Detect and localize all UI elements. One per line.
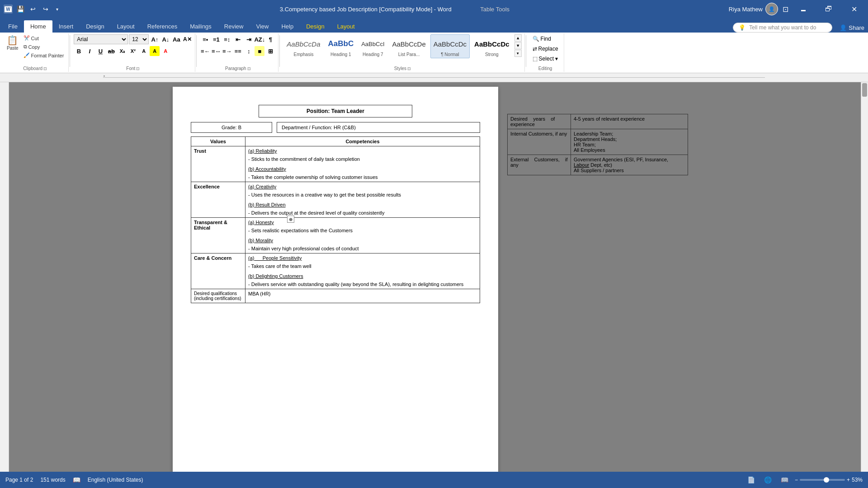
lightbulb-icon: 💡: [739, 24, 745, 31]
bullets-button[interactable]: ≡•: [200, 34, 210, 44]
close-button[interactable]: ✕: [844, 0, 864, 18]
font-dialog-launcher[interactable]: ⊡: [136, 66, 140, 71]
zoom-in-button[interactable]: +: [847, 477, 850, 483]
tab-home[interactable]: Home: [24, 20, 52, 33]
clear-formatting-button[interactable]: A✕: [182, 34, 192, 44]
style-heading7[interactable]: AaBbCcI Heading 7: [358, 34, 387, 58]
text-effects-button[interactable]: A: [139, 46, 149, 56]
shading-button[interactable]: ■: [255, 46, 264, 56]
document-position-title: Position: Team Leader: [259, 105, 412, 117]
zoom-thumb[interactable]: [824, 477, 829, 483]
status-bar-right: 📄 🌐 📖 − + 53%: [745, 475, 863, 484]
font-size-select[interactable]: 12: [129, 34, 149, 44]
sort-button[interactable]: AZ↓: [255, 34, 264, 44]
style-normal[interactable]: AaBbCcDc ¶ Normal: [430, 34, 470, 58]
increase-font-size-button[interactable]: A↑: [150, 34, 160, 44]
quick-access-save[interactable]: 💾: [15, 4, 25, 14]
value-excellence: Excellence: [191, 182, 245, 218]
styles-scroll-up[interactable]: ▲: [514, 34, 522, 42]
tab-review[interactable]: Review: [218, 20, 250, 33]
copy-icon: ⧉: [24, 44, 27, 50]
strikethrough-button[interactable]: ab: [106, 46, 116, 56]
styles-scroll-down[interactable]: ▼: [514, 42, 522, 49]
clipboard-dialog-launcher[interactable]: ⊡: [43, 66, 47, 71]
zoom-control[interactable]: − + 53%: [795, 477, 863, 483]
tab-design[interactable]: Design: [80, 20, 110, 33]
table-tools-label: Table Tools: [480, 6, 509, 13]
quick-access-redo[interactable]: ↪: [41, 4, 51, 14]
font-label: Font ⊡: [126, 66, 140, 71]
style-emphasis[interactable]: AaBbCcDa Emphasis: [283, 34, 323, 58]
zoom-slider[interactable]: [800, 479, 845, 481]
find-icon: 🔍: [533, 36, 539, 42]
tab-file[interactable]: File: [2, 20, 24, 33]
quick-access-undo[interactable]: ↩: [28, 4, 38, 14]
tab-help[interactable]: Help: [275, 20, 300, 33]
borders-button[interactable]: ⊞: [265, 46, 275, 56]
share-button[interactable]: 👤 Share: [840, 24, 864, 31]
word-count: 151 words: [40, 477, 65, 483]
subscript-button[interactable]: X₂: [117, 46, 127, 56]
paste-button[interactable]: 📋 Paste: [5, 34, 21, 52]
restore-button[interactable]: 🗗: [818, 0, 839, 18]
tab-mailings[interactable]: Mailings: [184, 20, 218, 33]
decrease-indent-button[interactable]: ⇤: [233, 34, 243, 44]
minimize-button[interactable]: 🗕: [793, 0, 814, 18]
status-bar: Page 1 of 2 151 words 📖 English (United …: [0, 472, 868, 488]
tab-table-layout[interactable]: Layout: [331, 20, 361, 33]
web-layout-view[interactable]: 🌐: [761, 475, 774, 484]
style-listpara[interactable]: AaBbCcDe List Para...: [389, 34, 429, 58]
print-layout-view[interactable]: 📄: [745, 475, 758, 484]
style-strong[interactable]: AaBbCcDc Strong: [471, 34, 513, 58]
tab-view[interactable]: View: [250, 20, 275, 33]
cut-button[interactable]: ✂️ Cut: [22, 34, 66, 42]
scrollbar-vertical[interactable]: [861, 82, 868, 472]
copy-button[interactable]: ⧉ Copy: [22, 43, 66, 51]
line-spacing-button[interactable]: ↕: [244, 46, 254, 56]
bold-button[interactable]: B: [74, 46, 84, 56]
change-case-button[interactable]: Aa: [171, 34, 181, 44]
underline-button[interactable]: U: [95, 46, 105, 56]
tell-me-input[interactable]: 💡 Tell me what you want to do: [733, 23, 832, 33]
customer-label-external: External Customers, if any: [508, 155, 571, 175]
select-button[interactable]: ⬚ Select ▾: [530, 54, 561, 63]
align-left-button[interactable]: ≡←: [200, 46, 210, 56]
italic-button[interactable]: I: [85, 46, 94, 56]
center-button[interactable]: ≡↔: [211, 46, 221, 56]
styles-more[interactable]: ▾: [514, 50, 522, 57]
decrease-font-size-button[interactable]: A↓: [160, 34, 170, 44]
format-painter-button[interactable]: 🖌️ Format Painter: [22, 52, 66, 59]
styles-dialog-launcher[interactable]: ⊡: [407, 66, 411, 71]
show-hide-button[interactable]: ¶: [265, 34, 275, 44]
table-move-handle[interactable]: ⊕: [287, 216, 294, 223]
style-heading1[interactable]: AaBbC Heading 1: [325, 34, 357, 58]
ribbon-display-options[interactable]: ⊡: [783, 5, 788, 14]
proofing-icon[interactable]: 📖: [73, 476, 80, 483]
status-bar-left: Page 1 of 2 151 words 📖 English (United …: [5, 476, 143, 483]
paragraph-group: ≡• ≡1 ≡↕ ⇤ ⇥ AZ↓ ¶ ≡← ≡↔ ≡→ ≡≡ ↕ ■ ⊞: [198, 33, 278, 72]
text-highlight-button[interactable]: A: [150, 46, 160, 56]
numbering-button[interactable]: ≡1: [211, 34, 221, 44]
table-row: Trust (a) Reliability - Sticks to the co…: [191, 146, 480, 182]
superscript-button[interactable]: X²: [128, 46, 138, 56]
find-button[interactable]: 🔍 Find: [530, 34, 554, 43]
ruler: ⬥: [0, 73, 868, 82]
tab-table-design[interactable]: Design: [300, 20, 330, 33]
table-row: Care & Concern (a) People Sensitivity - …: [191, 253, 480, 289]
multilevel-list-button[interactable]: ≡↕: [222, 34, 232, 44]
zoom-out-button[interactable]: −: [795, 477, 798, 483]
paragraph-dialog-launcher[interactable]: ⊡: [247, 66, 251, 71]
font-color-button[interactable]: A: [160, 46, 170, 56]
increase-indent-button[interactable]: ⇥: [244, 34, 254, 44]
tab-insert[interactable]: Insert: [52, 20, 80, 33]
font-family-select[interactable]: Arial: [74, 34, 128, 44]
read-view[interactable]: 📖: [778, 475, 791, 484]
clipboard-group: 📋 Paste ✂️ Cut ⧉ Copy 🖌️ Format Painter: [2, 33, 69, 72]
align-right-button[interactable]: ≡→: [222, 46, 232, 56]
tab-references[interactable]: References: [141, 20, 184, 33]
language[interactable]: English (United States): [88, 477, 143, 483]
justify-button[interactable]: ≡≡: [233, 46, 243, 56]
tab-layout[interactable]: Layout: [111, 20, 141, 33]
quick-access-dropdown[interactable]: ▾: [53, 4, 61, 14]
replace-button[interactable]: ⇄ Replace: [530, 44, 561, 53]
